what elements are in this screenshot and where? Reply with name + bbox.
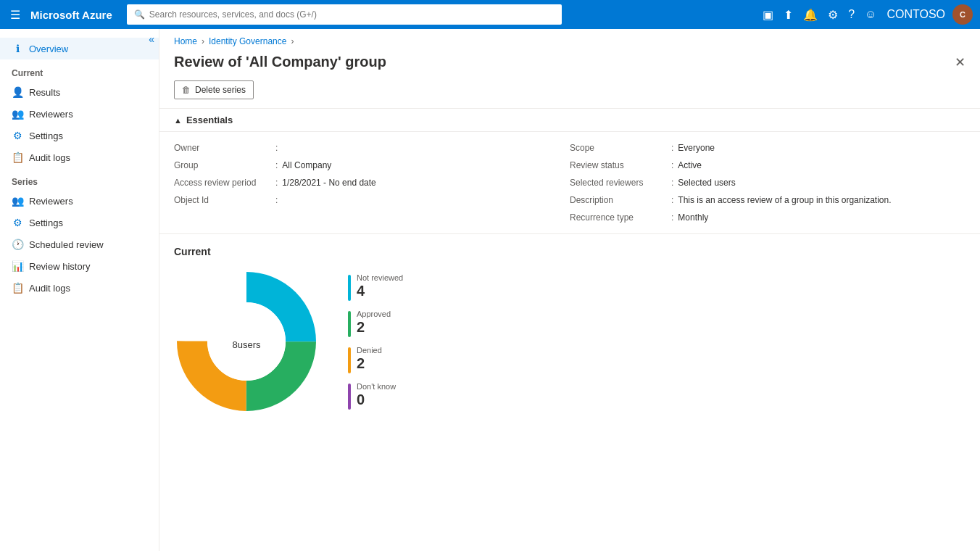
current-title: Current (174, 246, 966, 257)
content-area: Home › Identity Governance › Review of '… (159, 29, 980, 551)
topbar: ☰ Microsoft Azure 🔍 ▣ ⬆ 🔔 ⚙ ? ☺ CONTOSO … (0, 0, 980, 29)
close-icon[interactable]: ✕ (955, 54, 966, 70)
legend-label-not-reviewed: Not reviewed (357, 273, 403, 282)
essentials-val-scope: Everyone (678, 143, 715, 153)
sidebar-item-scheduled-review[interactable]: 🕐 Scheduled review (0, 233, 159, 255)
legend-bar-not-reviewed (348, 275, 351, 301)
sidebar-review-history-label: Review history (29, 261, 147, 272)
brand-name: Microsoft Azure (30, 9, 112, 21)
essentials-row-reviewers: Selected reviewers : Selected users (570, 175, 966, 190)
essentials-row-owner: Owner : (174, 141, 570, 155)
review-history-icon: 📊 (12, 260, 23, 272)
legend-not-reviewed: Not reviewed 4 (348, 273, 403, 301)
essentials-val-group: All Company (282, 160, 331, 170)
search-icon: 🔍 (134, 9, 145, 20)
breadcrumb-home[interactable]: Home (174, 36, 197, 46)
legend-denied: Denied 2 (348, 346, 403, 373)
sidebar-settings-c-label: Settings (29, 130, 147, 141)
sidebar-settings-s-label: Settings (29, 218, 147, 228)
essentials-val-period: 1/28/2021 - No end date (282, 178, 375, 188)
sidebar-audit-s-label: Audit logs (29, 283, 147, 294)
legend-label-denied: Denied (357, 346, 382, 355)
legend-text-dont-know: Don't know 0 (357, 382, 396, 408)
legend-value-approved: 2 (357, 318, 391, 336)
hamburger-icon[interactable]: ☰ (7, 5, 23, 25)
legend-label-dont-know: Don't know (357, 382, 396, 391)
essentials-key-status: Review status (570, 160, 671, 170)
results-icon: 👤 (12, 86, 23, 98)
sidebar-section-series: Series (0, 168, 159, 190)
essentials-row-period: Access review period : 1/28/2021 - No en… (174, 175, 570, 190)
sidebar-item-review-history[interactable]: 📊 Review history (0, 255, 159, 277)
notifications-icon[interactable]: ▣ (760, 5, 776, 25)
legend-value-dont-know: 0 (357, 391, 396, 408)
sidebar-results-label: Results (29, 87, 147, 98)
overview-icon: ℹ (12, 43, 23, 54)
sidebar-item-results[interactable]: 👤 Results (0, 81, 159, 103)
breadcrumb-parent[interactable]: Identity Governance (209, 36, 286, 46)
essentials-header[interactable]: ▲ Essentials (159, 108, 980, 132)
essentials-key-reviewers: Selected reviewers (570, 178, 671, 188)
sidebar-item-reviewers-current[interactable]: 👥 Reviewers (0, 103, 159, 125)
donut-center-bg (207, 302, 286, 381)
search-bar[interactable]: 🔍 (127, 4, 562, 25)
settings-icon[interactable]: ⚙ (825, 5, 841, 25)
search-input[interactable] (149, 9, 555, 20)
scheduled-review-icon: 🕐 (12, 239, 23, 250)
topbar-icons: ▣ ⬆ 🔔 ⚙ ? ☺ CONTOSO C (760, 4, 973, 25)
bell-icon[interactable]: 🔔 (800, 5, 821, 25)
page-title: Review of 'All Company' group (174, 54, 386, 70)
sidebar-item-settings-current[interactable]: ⚙ Settings (0, 125, 159, 146)
delete-series-label: Delete series (195, 85, 246, 95)
essentials-val-recurrence: Monthly (678, 212, 708, 223)
legend-bar-dont-know (348, 384, 351, 410)
essentials-key-objectid: Object Id (174, 195, 275, 205)
donut-svg (174, 269, 319, 414)
audit-s-icon: 📋 (12, 282, 23, 294)
essentials-row-group: Group : All Company (174, 158, 570, 173)
legend-value-denied: 2 (357, 355, 382, 372)
essentials-row-description: Description : This is an access review o… (570, 193, 966, 207)
essentials-val-status: Active (678, 160, 702, 170)
essentials-val-reviewers: Selected users (678, 178, 735, 188)
essentials-key-scope: Scope (570, 143, 671, 153)
essentials-grid: Owner : Group : All Company Access revie… (159, 132, 980, 234)
legend-text-not-reviewed: Not reviewed 4 (357, 273, 403, 299)
sidebar-scheduled-review-label: Scheduled review (29, 239, 147, 250)
essentials-title: Essentials (186, 115, 233, 125)
essentials-row-scope: Scope : Everyone (570, 141, 966, 155)
feedback-icon[interactable]: ☺ (862, 5, 879, 24)
sidebar-item-audit-logs-current[interactable]: 📋 Audit logs (0, 146, 159, 168)
page-title-row: Review of 'All Company' group ✕ (159, 49, 980, 80)
essentials-val-description: This is an access review of a group in t… (678, 195, 891, 205)
help-icon[interactable]: ? (845, 5, 858, 24)
essentials-left-col: Owner : Group : All Company Access revie… (174, 141, 570, 225)
reviewers-s-icon: 👥 (12, 195, 23, 207)
breadcrumb-sep-2: › (291, 36, 294, 46)
legend-approved: Approved 2 (348, 310, 403, 337)
avatar[interactable]: C (952, 4, 973, 25)
essentials-key-owner: Owner (174, 143, 275, 153)
chevron-up-icon: ▲ (174, 116, 182, 125)
sidebar-collapse-icon[interactable]: « (149, 33, 154, 45)
essentials-row-recurrence: Recurrence type : Monthly (570, 210, 966, 225)
cloud-shell-icon[interactable]: ⬆ (781, 5, 796, 25)
legend-bar-denied (348, 347, 351, 373)
delete-series-button[interactable]: 🗑 Delete series (174, 80, 254, 99)
sidebar-item-reviewers-series[interactable]: 👥 Reviewers (0, 190, 159, 212)
legend-dont-know: Don't know 0 (348, 382, 403, 410)
sidebar-item-overview[interactable]: ℹ Overview (0, 38, 159, 59)
username: CONTOSO (884, 5, 948, 24)
settings-c-icon: ⚙ (12, 130, 23, 141)
audit-c-icon: 📋 (12, 152, 23, 163)
sidebar-item-audit-logs-series[interactable]: 📋 Audit logs (0, 277, 159, 299)
breadcrumb: Home › Identity Governance › (159, 29, 980, 49)
reviewers-c-icon: 👥 (12, 108, 23, 120)
legend-bar-approved (348, 311, 351, 337)
sidebar-audit-c-label: Audit logs (29, 152, 147, 163)
sidebar-reviewers-s-label: Reviewers (29, 196, 147, 207)
sidebar-item-settings-series[interactable]: ⚙ Settings (0, 212, 159, 233)
sidebar-item-label: Overview (29, 44, 147, 54)
legend-value-not-reviewed: 4 (357, 282, 403, 299)
sidebar: « ℹ Overview Current 👤 Results 👥 Reviewe… (0, 29, 159, 551)
